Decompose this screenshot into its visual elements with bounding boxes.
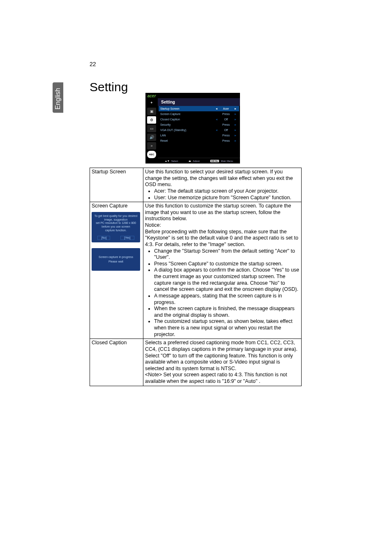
list-item: Press "Screen Capture" to customize the … <box>154 261 300 267</box>
d1l2: set PC resolution to 1280 x 800 before y… <box>92 221 139 229</box>
osd-row: SecurityPress▸ <box>159 122 239 127</box>
row-capture-body: Use this function to customize the start… <box>143 202 302 339</box>
cap-p2: Notice: <box>145 222 300 229</box>
list-item: The customized startup screen, as shown … <box>154 318 300 338</box>
list-item: Acer: The default startup screen of your… <box>154 188 300 195</box>
d1l1: To get best quality for you desired imag… <box>92 214 139 222</box>
list-item: Change the "Startup Screen" from the def… <box>154 248 300 261</box>
audio-icon: 🔊 <box>147 134 156 141</box>
row-startup-body: Use this function to select your desired… <box>143 168 302 202</box>
timer-icon: » <box>147 142 156 150</box>
row-capture-label: Screen Capture To get best quality for y… <box>90 202 143 339</box>
osd-row: ResetPress▸ <box>159 138 239 143</box>
management-icon: ▭ <box>147 125 156 132</box>
cap-p1: Use this function to customize the start… <box>145 203 300 222</box>
osd-row: Closed Caption◂Off▸ <box>159 117 239 122</box>
osd-screenshot: acer ✦▣⚙▭🔊»ABC Setting Startup Screen◂Ac… <box>145 93 240 164</box>
d2l1: Screen capture in progress <box>92 255 139 259</box>
page-title: Setting <box>90 80 128 94</box>
settings-icon: ⚙ <box>147 116 156 124</box>
osd-row: Screen CapturePress▸ <box>159 111 239 117</box>
dialog-no: [No] <box>97 236 110 240</box>
capture-confirm-dialog: To get best quality for you desired imag… <box>92 212 140 243</box>
brand-label: acer <box>145 93 158 98</box>
list-item: A dialog box appears to confirm the acti… <box>154 267 300 293</box>
language-icon: ABC <box>147 151 156 158</box>
startup-text: Use this function to select your desired… <box>145 169 300 188</box>
d1l3: capture function. <box>92 229 139 233</box>
list-item: User: Use memorize picture from "Screen … <box>154 195 300 201</box>
empower-icon: ✦ <box>147 99 156 106</box>
capture-name: Screen Capture <box>92 203 128 209</box>
osd-row: VGA OUT (Standby)◂Off▸ <box>159 127 239 133</box>
list-item: A message appears, stating that the scre… <box>154 293 300 306</box>
cc-p1: Selects a preferred closed captioning mo… <box>145 340 300 372</box>
settings-table: Startup Screen Use this function to sele… <box>90 168 302 386</box>
osd-footer-item: ▲▼Select <box>165 160 178 162</box>
image-icon: ▣ <box>147 108 156 115</box>
dialog-yes: [Yes] <box>120 236 134 240</box>
osd-footer-item: ◂▸Adjust <box>189 159 200 162</box>
cc-p2: <Note> Set your screen aspect ratio to 4… <box>145 372 300 385</box>
osd-row: LANPress▸ <box>159 133 239 138</box>
osd-title: Setting <box>158 98 240 106</box>
page-number: 22 <box>90 61 96 67</box>
list-item: When the screen capture is finished, the… <box>154 306 300 318</box>
row-startup-label: Startup Screen <box>90 168 143 202</box>
capture-progress-dialog: Screen capture in progress Please wait <box>92 248 140 270</box>
osd-footer-item: MENUMain Menu <box>210 160 233 162</box>
cap-p3: Before proceeding with the following ste… <box>145 229 300 248</box>
row-cc-body: Selects a preferred closed captioning mo… <box>143 339 302 386</box>
d2l2: Please wait <box>92 259 139 264</box>
language-tab: English <box>53 82 63 113</box>
osd-row: Startup Screen◂Acer▸ <box>159 106 239 111</box>
row-cc-label: Closed Caption <box>90 339 143 386</box>
